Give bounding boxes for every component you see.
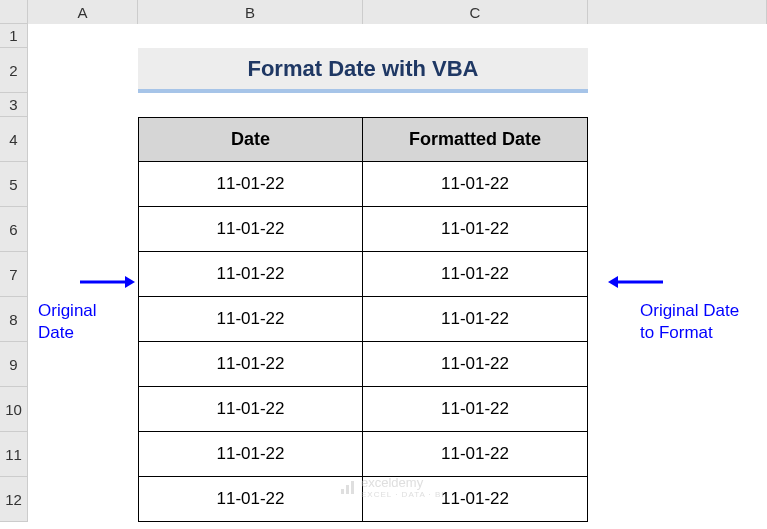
watermark: exceldemy EXCEL · DATA · BI bbox=[340, 475, 445, 499]
col-header-a[interactable]: A bbox=[28, 0, 138, 24]
watermark-main: exceldemy bbox=[361, 475, 445, 490]
cell-date[interactable]: 11-01-22 bbox=[138, 477, 363, 522]
row-header-6[interactable]: 6 bbox=[0, 207, 28, 252]
table-row: 11-01-22 11-01-22 bbox=[138, 252, 588, 297]
annotation-left: Original Date bbox=[38, 300, 97, 344]
arrow-right-icon bbox=[608, 272, 663, 296]
table-row: 11-01-22 11-01-22 bbox=[138, 207, 588, 252]
watermark-sub: EXCEL · DATA · BI bbox=[361, 490, 445, 499]
cell-date[interactable]: 11-01-22 bbox=[138, 432, 363, 477]
svg-rect-6 bbox=[351, 481, 354, 494]
cell-formatted-date[interactable]: 11-01-22 bbox=[363, 252, 588, 297]
table-header-row: Date Formatted Date bbox=[138, 117, 588, 162]
cell-formatted-date[interactable]: 11-01-22 bbox=[363, 162, 588, 207]
row-header-10[interactable]: 10 bbox=[0, 387, 28, 432]
table-row: 11-01-22 11-01-22 bbox=[138, 387, 588, 432]
row-header-8[interactable]: 8 bbox=[0, 297, 28, 342]
svg-marker-1 bbox=[125, 276, 135, 288]
row-header-11[interactable]: 11 bbox=[0, 432, 28, 477]
svg-rect-4 bbox=[341, 489, 344, 494]
annotation-text: to Format bbox=[640, 322, 739, 344]
col-header-b[interactable]: B bbox=[138, 0, 363, 24]
title-cell[interactable]: Format Date with VBA bbox=[138, 48, 588, 93]
table-row: 11-01-22 11-01-22 bbox=[138, 342, 588, 387]
annotation-right: Original Date to Format bbox=[640, 300, 739, 344]
table-row: 11-01-22 11-01-22 bbox=[138, 297, 588, 342]
header-date[interactable]: Date bbox=[138, 117, 363, 162]
cell-date[interactable]: 11-01-22 bbox=[138, 342, 363, 387]
svg-rect-5 bbox=[346, 485, 349, 494]
cell-date[interactable]: 11-01-22 bbox=[138, 387, 363, 432]
data-table: Date Formatted Date 11-01-22 11-01-22 11… bbox=[138, 117, 588, 522]
annotation-text: Date bbox=[38, 322, 97, 344]
column-headers: A B C bbox=[0, 0, 767, 24]
row-header-2[interactable]: 2 bbox=[0, 48, 28, 93]
cell-date[interactable]: 11-01-22 bbox=[138, 297, 363, 342]
col-header-d[interactable] bbox=[588, 0, 767, 24]
svg-marker-3 bbox=[608, 276, 618, 288]
annotation-text: Original Date bbox=[640, 300, 739, 322]
cell-formatted-date[interactable]: 11-01-22 bbox=[363, 297, 588, 342]
cell-formatted-date[interactable]: 11-01-22 bbox=[363, 207, 588, 252]
header-formatted-date[interactable]: Formatted Date bbox=[363, 117, 588, 162]
col-header-c[interactable]: C bbox=[363, 0, 588, 24]
cell-date[interactable]: 11-01-22 bbox=[138, 207, 363, 252]
table-row: 11-01-22 11-01-22 bbox=[138, 432, 588, 477]
cell-formatted-date[interactable]: 11-01-22 bbox=[363, 432, 588, 477]
row-header-12[interactable]: 12 bbox=[0, 477, 28, 522]
spreadsheet: A B C 1 2 3 4 5 6 7 8 9 10 11 12 Format … bbox=[0, 0, 767, 529]
cell-date[interactable]: 11-01-22 bbox=[138, 252, 363, 297]
arrow-left-icon bbox=[80, 272, 135, 296]
annotation-text: Original bbox=[38, 300, 97, 322]
row-header-7[interactable]: 7 bbox=[0, 252, 28, 297]
row-header-3[interactable]: 3 bbox=[0, 93, 28, 117]
cell-formatted-date[interactable]: 11-01-22 bbox=[363, 342, 588, 387]
row-headers: 1 2 3 4 5 6 7 8 9 10 11 12 bbox=[0, 24, 28, 522]
chart-icon bbox=[340, 479, 356, 495]
cell-date[interactable]: 11-01-22 bbox=[138, 162, 363, 207]
row-header-9[interactable]: 9 bbox=[0, 342, 28, 387]
row-header-5[interactable]: 5 bbox=[0, 162, 28, 207]
table-row: 11-01-22 11-01-22 bbox=[138, 162, 588, 207]
select-all-corner[interactable] bbox=[0, 0, 28, 24]
row-header-4[interactable]: 4 bbox=[0, 117, 28, 162]
cell-formatted-date[interactable]: 11-01-22 bbox=[363, 387, 588, 432]
row-header-1[interactable]: 1 bbox=[0, 24, 28, 48]
